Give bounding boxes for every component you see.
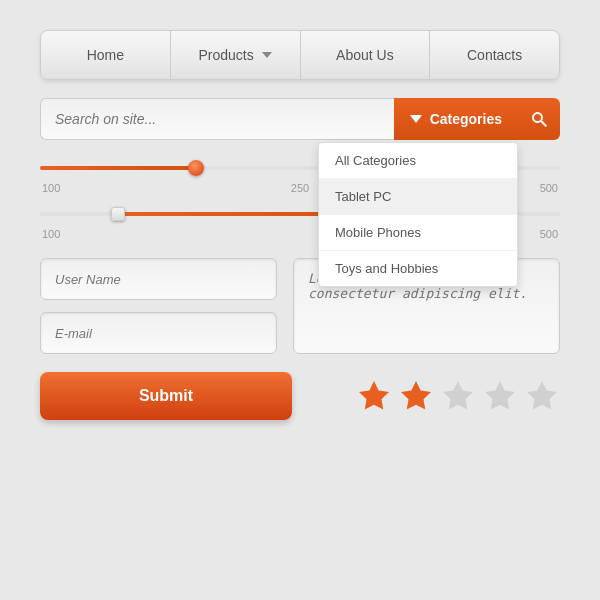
slider-2-thumb-left[interactable] xyxy=(111,207,125,221)
email-input[interactable] xyxy=(40,312,277,354)
dropdown-item-tablet[interactable]: Tablet PC xyxy=(319,179,517,215)
nav-home-label: Home xyxy=(87,47,124,63)
categories-arrow-icon xyxy=(410,115,422,123)
nav-contacts-label: Contacts xyxy=(467,47,522,63)
dropdown-item-mobile[interactable]: Mobile Phones xyxy=(319,215,517,251)
search-row: Categories All Categories Tablet PC Mobi… xyxy=(40,98,560,140)
slider-2-min-label: 100 xyxy=(42,228,60,240)
dropdown-item-toys[interactable]: Toys and Hobbies xyxy=(319,251,517,286)
star-2-icon[interactable] xyxy=(398,378,434,414)
categories-dropdown: All Categories Tablet PC Mobile Phones T… xyxy=(318,142,518,287)
slider-1-max-label: 500 xyxy=(540,182,558,194)
username-input[interactable] xyxy=(40,258,277,300)
submit-button[interactable]: Submit xyxy=(40,372,292,420)
slider-1-thumb[interactable] xyxy=(188,160,204,176)
nav-bar: Home Products About Us Contacts xyxy=(40,30,560,80)
nav-contacts[interactable]: Contacts xyxy=(430,31,559,79)
submit-label: Submit xyxy=(139,387,193,404)
search-input[interactable] xyxy=(40,98,394,140)
categories-label: Categories xyxy=(430,111,502,127)
slider-2-max-label: 500 xyxy=(540,228,558,240)
star-5-icon[interactable] xyxy=(524,378,560,414)
dropdown-item-all[interactable]: All Categories xyxy=(319,143,517,179)
slider-1-min-label: 100 xyxy=(42,182,60,194)
star-3-icon[interactable] xyxy=(440,378,476,414)
nav-home[interactable]: Home xyxy=(41,31,171,79)
star-4-icon[interactable] xyxy=(482,378,518,414)
star-1-icon[interactable] xyxy=(356,378,392,414)
submit-stars-row: Submit xyxy=(40,372,560,420)
nav-about[interactable]: About Us xyxy=(301,31,431,79)
nav-products[interactable]: Products xyxy=(171,31,301,79)
page-wrapper: Home Products About Us Contacts Categori… xyxy=(0,0,600,600)
slider-1-fill xyxy=(40,166,196,170)
products-dropdown-arrow-icon xyxy=(262,52,272,58)
categories-button[interactable]: Categories xyxy=(394,98,518,140)
search-submit-button[interactable] xyxy=(518,98,560,140)
slider-1-mid-label: 250 xyxy=(291,182,309,194)
stars-container xyxy=(308,378,560,414)
svg-line-1 xyxy=(541,121,546,126)
search-icon xyxy=(530,110,548,128)
slider-2-fill-left xyxy=(40,212,118,216)
nav-about-label: About Us xyxy=(336,47,394,63)
form-fields xyxy=(40,258,277,354)
nav-products-label: Products xyxy=(199,47,254,63)
